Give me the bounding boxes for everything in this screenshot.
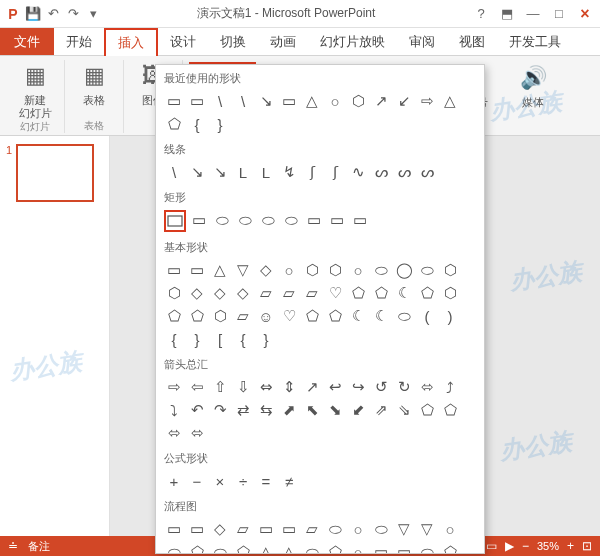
shape-item[interactable]: ⬋ (348, 400, 368, 420)
shape-item[interactable]: } (187, 329, 207, 349)
shape-item[interactable]: ⇘ (394, 400, 414, 420)
shape-item[interactable]: \ (164, 162, 184, 182)
shape-item[interactable]: ⬡ (302, 260, 322, 280)
shape-item[interactable]: ▭ (164, 519, 184, 539)
shape-item[interactable]: ☺ (256, 306, 276, 326)
shape-item[interactable]: ⬡ (325, 260, 345, 280)
notes-label[interactable]: 备注 (28, 539, 50, 554)
tab-insert[interactable]: 插入 (104, 28, 158, 56)
shape-item[interactable]: ⬠ (417, 400, 437, 420)
shape-item[interactable]: ▭ (304, 210, 324, 230)
shape-item[interactable]: ⬠ (348, 283, 368, 303)
shape-item[interactable]: ⬠ (302, 306, 322, 326)
shape-item[interactable]: ◇ (233, 283, 253, 303)
ribbon-options-icon[interactable]: ⬒ (496, 5, 518, 23)
shape-item[interactable]: } (210, 114, 230, 134)
shape-item[interactable]: ⬈ (279, 400, 299, 420)
shape-item[interactable]: ▭ (327, 210, 347, 230)
view-slideshow-icon[interactable]: ▶ (505, 539, 514, 553)
shape-item[interactable]: L (233, 162, 253, 182)
shape-item[interactable]: ↙ (394, 91, 414, 111)
zoom-out-icon[interactable]: − (522, 539, 529, 553)
shape-item[interactable]: ▽ (417, 519, 437, 539)
shape-item[interactable]: ▱ (279, 283, 299, 303)
shape-item[interactable]: ⬠ (325, 306, 345, 326)
maximize-icon[interactable]: □ (548, 5, 570, 23)
shape-item[interactable]: + (164, 471, 184, 491)
shape-item[interactable]: ↩ (325, 377, 345, 397)
shape-item[interactable]: ᔕ (371, 162, 391, 182)
shape-item[interactable]: ∿ (348, 162, 368, 182)
shape-item[interactable]: ○ (348, 519, 368, 539)
shape-item[interactable]: ▭ (279, 91, 299, 111)
media-button[interactable]: 🔊 媒体 (512, 62, 554, 109)
shape-item[interactable]: ⬠ (233, 542, 253, 554)
shape-item[interactable]: ⬡ (348, 91, 368, 111)
shape-item[interactable]: ⇄ (233, 400, 253, 420)
shape-item[interactable]: ⬊ (325, 400, 345, 420)
shape-item[interactable]: × (210, 471, 230, 491)
shape-item[interactable]: ☾ (371, 306, 391, 326)
shape-item[interactable]: ⤴ (440, 377, 460, 397)
shape-item[interactable]: ⬡ (210, 306, 230, 326)
shape-item[interactable]: ⬭ (371, 260, 391, 280)
help-icon[interactable]: ? (470, 5, 492, 23)
shape-item[interactable]: ⇆ (256, 400, 276, 420)
shape-item[interactable]: \ (210, 91, 230, 111)
shape-item[interactable]: ⇔ (256, 377, 276, 397)
shape-item[interactable]: ⬄ (417, 377, 437, 397)
shape-item[interactable]: ↗ (302, 377, 322, 397)
shape-item[interactable]: ⬡ (440, 283, 460, 303)
shape-item[interactable]: ⇩ (233, 377, 253, 397)
table-button[interactable]: ▦ 表格 (73, 60, 115, 107)
shape-item[interactable]: ⬭ (281, 210, 301, 230)
shape-item[interactable]: ᔕ (394, 162, 414, 182)
shape-item[interactable]: ○ (348, 542, 368, 554)
shape-item[interactable]: ◯ (394, 260, 414, 280)
new-slide-button[interactable]: ▦ 新建 幻灯片 (14, 60, 56, 120)
shape-item[interactable]: ⬭ (258, 210, 278, 230)
shape-item[interactable]: ▭ (189, 210, 209, 230)
shape-item[interactable]: ↻ (394, 377, 414, 397)
shape-item[interactable]: ⬠ (440, 400, 460, 420)
shape-item[interactable]: ⬠ (187, 542, 207, 554)
tab-file[interactable]: 文件 (0, 28, 54, 55)
shape-item[interactable]: ▭ (164, 91, 184, 111)
shape-item[interactable]: [ (210, 329, 230, 349)
close-icon[interactable]: × (574, 5, 596, 23)
shape-item[interactable]: ▱ (233, 519, 253, 539)
shape-item[interactable]: ↯ (279, 162, 299, 182)
shape-item[interactable]: } (256, 329, 276, 349)
shape-item[interactable]: ≠ (279, 471, 299, 491)
shape-item[interactable]: ⬠ (371, 283, 391, 303)
tab-slideshow[interactable]: 幻灯片放映 (308, 28, 397, 55)
shape-item[interactable]: △ (440, 91, 460, 111)
shape-item[interactable]: ⬡ (440, 260, 460, 280)
shape-item[interactable]: ▭ (371, 542, 391, 554)
shape-item[interactable]: ☾ (348, 306, 368, 326)
shape-item[interactable]: ◇ (187, 283, 207, 303)
shape-item[interactable]: ⬭ (302, 542, 322, 554)
tab-design[interactable]: 设计 (158, 28, 208, 55)
shape-item[interactable]: ⬭ (417, 260, 437, 280)
shape-item[interactable]: ↘ (187, 162, 207, 182)
shape-item[interactable]: ⬉ (302, 400, 322, 420)
shape-item[interactable]: ⬠ (187, 306, 207, 326)
shape-item[interactable]: ↷ (210, 400, 230, 420)
shape-item[interactable]: ÷ (233, 471, 253, 491)
shape-item[interactable]: △ (302, 91, 322, 111)
shape-item[interactable]: − (187, 471, 207, 491)
shape-item[interactable]: ↺ (371, 377, 391, 397)
save-icon[interactable]: 💾 (24, 5, 42, 23)
tab-animations[interactable]: 动画 (258, 28, 308, 55)
shape-item[interactable]: { (164, 329, 184, 349)
thumbnail-1[interactable]: 1 (6, 144, 103, 202)
shape-item[interactable]: ⬭ (325, 519, 345, 539)
minimize-icon[interactable]: — (522, 5, 544, 23)
shape-item[interactable]: ( (417, 306, 437, 326)
shape-item[interactable]: \ (233, 91, 253, 111)
shape-item[interactable]: △ (279, 542, 299, 554)
shape-item[interactable]: ⬠ (164, 114, 184, 134)
shape-item[interactable]: ʃ (302, 162, 322, 182)
shape-item[interactable]: ⬭ (210, 542, 230, 554)
